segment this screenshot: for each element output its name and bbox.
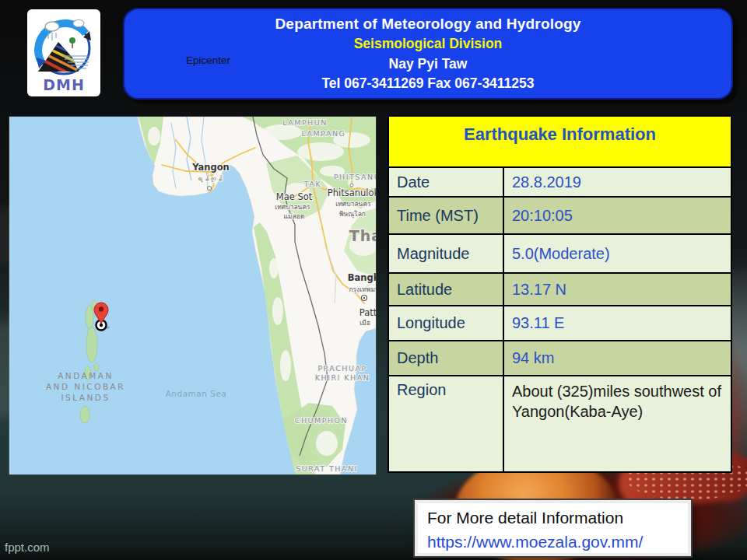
- row-label-region: Region: [389, 376, 504, 471]
- watermark: fppt.com: [5, 541, 50, 554]
- earthquake-info-table: Earthquake Information Date 28.8.2019 Ti…: [388, 115, 732, 473]
- map-label-yangon: Yangon: [191, 162, 230, 173]
- row-label-longitude: Longitude: [389, 306, 504, 340]
- footer-info-box: For More detail Information https://www.…: [415, 500, 691, 556]
- row-label-time: Time (MST): [389, 198, 504, 233]
- table-row: Time (MST) 20:10:05: [389, 196, 731, 233]
- footer-text: For More detail Information: [427, 506, 688, 530]
- row-label-date: Date: [389, 168, 504, 196]
- table-row: Date 28.8.2019: [389, 166, 731, 196]
- map-label-chumphon: CHUMPHON: [295, 416, 348, 425]
- map-label-mae-sot-thai: แม่สอด: [284, 212, 305, 220]
- row-value-date: 28.8.2019: [504, 168, 731, 196]
- row-value-latitude: 13.17 N: [504, 274, 731, 305]
- row-label-depth: Depth: [389, 341, 504, 375]
- map-label-pattaya: Patt: [359, 307, 376, 318]
- table-row: Magnitude 5.0(Moderate): [389, 233, 731, 272]
- map-label-prachuap: KHIRI KHAN: [315, 373, 370, 382]
- epicenter-map: LAMPHUN LAMPANG Yangon ရန်ကုန် TAK Mae S…: [9, 117, 376, 474]
- map-label-bangkok-thai: กรุงเทพมห: [349, 285, 376, 294]
- row-value-region: About (325)miles southwest of Yangon(Kab…: [504, 376, 731, 471]
- map-label-bangkok: Bangk: [348, 272, 376, 283]
- map-label-surat-thani: SURAT THANI: [296, 464, 358, 473]
- division-name: Seismological Division: [124, 36, 731, 52]
- map-label-mae-sot: Mae Sot: [276, 191, 313, 202]
- dmh-logo: DMH: [27, 9, 100, 96]
- map-label-andaman-sea: Andaman Sea: [166, 389, 227, 398]
- table-title: Earthquake Information: [389, 117, 731, 166]
- org-name: Department of Meteorology and Hydrology: [124, 16, 731, 33]
- contact-info: Tel 067-3411269 Fax 067-3411253: [124, 75, 731, 92]
- map-label-phitsanulok-thai: เทศบาลนคร: [335, 200, 371, 208]
- epicenter-label: Epicenter: [186, 54, 230, 66]
- table-row: Latitude 13.17 N: [389, 272, 731, 305]
- row-value-magnitude: 5.0(Moderate): [504, 235, 731, 272]
- slide: DMH Department of Meteorology and Hydrol…: [0, 0, 747, 560]
- row-value-time: 20:10:05: [504, 198, 731, 233]
- map-label-pattaya-thai: เมือ: [359, 319, 370, 327]
- map-label-andaman-islands: ANDAMAN: [58, 371, 114, 380]
- row-value-longitude: 93.11 E: [504, 306, 731, 340]
- row-value-depth: 94 km: [504, 341, 731, 375]
- map-label-phitsanulok: Phitsanulok: [328, 187, 376, 198]
- website-link[interactable]: https://www.moezala.gov.mm/: [427, 530, 688, 554]
- dmh-logo-text: DMH: [43, 76, 85, 93]
- dmh-logo-icon: DMH: [27, 9, 100, 96]
- map-label-thailand: Tha: [349, 227, 376, 244]
- map-label-andaman-islands: ISLANDS: [61, 393, 110, 402]
- map-label-mae-sot-thai: เทศบาลนคร: [275, 203, 310, 211]
- map-label-prachuap: PRACHUAP: [317, 364, 366, 373]
- map-label-tak: TAK: [303, 180, 321, 188]
- map-label-phitsanulok-thai: พิษณุโลก: [339, 210, 366, 219]
- map-label-lamphun: LAMPHUN: [282, 118, 328, 127]
- map-label-andaman-islands: AND NICOBAR: [46, 382, 125, 391]
- row-label-latitude: Latitude: [389, 274, 504, 305]
- map-label-phitsanulok-province: PHITSANU: [334, 173, 376, 181]
- table-row: Longitude 93.11 E: [389, 305, 731, 340]
- row-label-magnitude: Magnitude: [389, 235, 504, 272]
- table-row: Region About (325)miles southwest of Yan…: [389, 375, 731, 471]
- map-label-lampang: LAMPANG: [302, 129, 346, 138]
- table-row: Depth 94 km: [389, 340, 731, 375]
- map-label-yangon-burmese: ရန်ကုန်: [196, 175, 223, 183]
- map-image: LAMPHUN LAMPANG Yangon ရန်ကုန် TAK Mae S…: [9, 117, 376, 474]
- header-banner: Department of Meteorology and Hydrology …: [123, 8, 733, 100]
